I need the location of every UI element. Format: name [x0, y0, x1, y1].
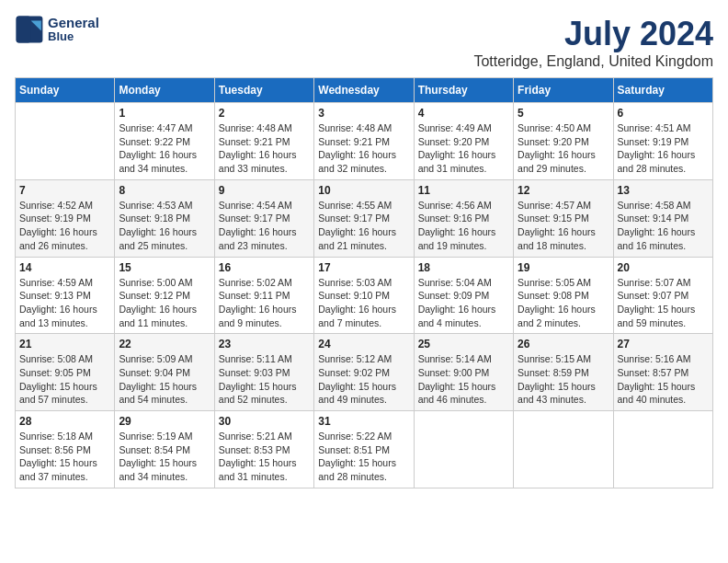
day-info: Sunrise: 5:22 AM Sunset: 8:51 PM Dayligh…: [318, 430, 409, 484]
day-info: Sunrise: 5:15 AM Sunset: 8:59 PM Dayligh…: [518, 352, 609, 407]
calendar-cell: 8Sunrise: 4:53 AM Sunset: 9:18 PM Daylig…: [115, 179, 214, 257]
logo: General Blue: [15, 15, 99, 44]
calendar-cell: 23Sunrise: 5:11 AM Sunset: 9:03 PM Dayli…: [214, 334, 313, 411]
day-number: 25: [418, 338, 509, 350]
calendar-cell: 29Sunrise: 5:19 AM Sunset: 8:54 PM Dayli…: [115, 411, 214, 488]
day-number: 22: [119, 338, 210, 350]
calendar-cell: 19Sunrise: 5:05 AM Sunset: 9:08 PM Dayli…: [514, 257, 613, 334]
day-info: Sunrise: 5:11 AM Sunset: 9:03 PM Dayligh…: [219, 352, 310, 407]
weekday-header-friday: Friday: [514, 78, 613, 103]
day-info: Sunrise: 5:07 AM Sunset: 9:07 PM Dayligh…: [618, 276, 709, 330]
day-info: Sunrise: 4:47 AM Sunset: 9:22 PM Dayligh…: [119, 121, 210, 176]
calendar-cell: 7Sunrise: 4:52 AM Sunset: 9:19 PM Daylig…: [16, 179, 115, 257]
day-number: 2: [219, 107, 310, 120]
week-row-4: 21Sunrise: 5:08 AM Sunset: 9:05 PM Dayli…: [16, 334, 713, 411]
week-row-3: 14Sunrise: 4:59 AM Sunset: 9:13 PM Dayli…: [16, 257, 713, 334]
day-number: 12: [518, 184, 609, 197]
calendar-cell: 4Sunrise: 4:49 AM Sunset: 9:20 PM Daylig…: [414, 103, 513, 180]
calendar-cell: [16, 103, 115, 180]
day-number: 3: [318, 107, 409, 120]
calendar-cell: 22Sunrise: 5:09 AM Sunset: 9:04 PM Dayli…: [115, 334, 214, 411]
calendar-cell: 17Sunrise: 5:03 AM Sunset: 9:10 PM Dayli…: [314, 257, 414, 334]
day-info: Sunrise: 5:08 AM Sunset: 9:05 PM Dayligh…: [19, 352, 110, 407]
day-number: 26: [518, 338, 609, 350]
day-info: Sunrise: 4:49 AM Sunset: 9:20 PM Dayligh…: [418, 121, 509, 176]
week-row-1: 1Sunrise: 4:47 AM Sunset: 9:22 PM Daylig…: [16, 103, 713, 180]
day-info: Sunrise: 5:09 AM Sunset: 9:04 PM Dayligh…: [119, 352, 210, 407]
day-info: Sunrise: 5:14 AM Sunset: 9:00 PM Dayligh…: [418, 352, 509, 407]
weekday-header-monday: Monday: [115, 78, 214, 103]
calendar-body: 1Sunrise: 4:47 AM Sunset: 9:22 PM Daylig…: [16, 103, 713, 488]
day-number: 8: [119, 184, 210, 197]
day-number: 27: [618, 338, 709, 350]
calendar-cell: 14Sunrise: 4:59 AM Sunset: 9:13 PM Dayli…: [16, 257, 115, 334]
calendar-cell: 15Sunrise: 5:00 AM Sunset: 9:12 PM Dayli…: [115, 257, 214, 334]
day-number: 11: [418, 184, 509, 197]
calendar-table: SundayMondayTuesdayWednesdayThursdayFrid…: [15, 77, 713, 488]
day-info: Sunrise: 5:19 AM Sunset: 8:54 PM Dayligh…: [119, 430, 210, 484]
calendar-cell: 31Sunrise: 5:22 AM Sunset: 8:51 PM Dayli…: [314, 411, 414, 488]
day-number: 31: [318, 415, 409, 428]
day-info: Sunrise: 5:12 AM Sunset: 9:02 PM Dayligh…: [318, 352, 409, 407]
calendar-cell: 2Sunrise: 4:48 AM Sunset: 9:21 PM Daylig…: [214, 103, 313, 180]
calendar-cell: 13Sunrise: 4:58 AM Sunset: 9:14 PM Dayli…: [613, 179, 712, 257]
day-info: Sunrise: 5:04 AM Sunset: 9:09 PM Dayligh…: [418, 276, 509, 330]
calendar-cell: 30Sunrise: 5:21 AM Sunset: 8:53 PM Dayli…: [214, 411, 313, 488]
calendar-cell: 25Sunrise: 5:14 AM Sunset: 9:00 PM Dayli…: [414, 334, 513, 411]
calendar-cell: 28Sunrise: 5:18 AM Sunset: 8:56 PM Dayli…: [16, 411, 115, 488]
logo-text: General Blue: [48, 16, 99, 44]
calendar-cell: 3Sunrise: 4:48 AM Sunset: 9:21 PM Daylig…: [314, 103, 414, 180]
day-info: Sunrise: 4:55 AM Sunset: 9:17 PM Dayligh…: [318, 199, 409, 253]
calendar-cell: 12Sunrise: 4:57 AM Sunset: 9:15 PM Dayli…: [514, 179, 613, 257]
day-number: 13: [618, 184, 709, 197]
calendar-cell: 11Sunrise: 4:56 AM Sunset: 9:16 PM Dayli…: [414, 179, 513, 257]
day-info: Sunrise: 4:52 AM Sunset: 9:19 PM Dayligh…: [19, 199, 110, 253]
day-number: 19: [518, 261, 609, 274]
calendar-cell: 10Sunrise: 4:55 AM Sunset: 9:17 PM Dayli…: [314, 179, 414, 257]
day-info: Sunrise: 5:16 AM Sunset: 8:57 PM Dayligh…: [618, 352, 709, 407]
weekday-header-thursday: Thursday: [414, 78, 513, 103]
weekday-header-sunday: Sunday: [16, 78, 115, 103]
day-info: Sunrise: 4:58 AM Sunset: 9:14 PM Dayligh…: [618, 199, 709, 253]
day-number: 15: [119, 261, 210, 274]
day-info: Sunrise: 4:48 AM Sunset: 9:21 PM Dayligh…: [318, 121, 409, 176]
calendar-cell: 1Sunrise: 4:47 AM Sunset: 9:22 PM Daylig…: [115, 103, 214, 180]
day-number: 5: [518, 107, 609, 120]
day-number: 20: [618, 261, 709, 274]
day-number: 30: [219, 415, 310, 428]
location: Totteridge, England, United Kingdom: [473, 53, 713, 70]
day-number: 7: [19, 184, 110, 197]
weekday-header-row: SundayMondayTuesdayWednesdayThursdayFrid…: [16, 78, 713, 103]
week-row-2: 7Sunrise: 4:52 AM Sunset: 9:19 PM Daylig…: [16, 179, 713, 257]
day-number: 6: [618, 107, 709, 120]
weekday-header-saturday: Saturday: [613, 78, 712, 103]
day-number: 21: [19, 338, 110, 350]
day-number: 29: [119, 415, 210, 428]
calendar-cell: 21Sunrise: 5:08 AM Sunset: 9:05 PM Dayli…: [16, 334, 115, 411]
day-number: 4: [418, 107, 509, 120]
calendar-cell: 20Sunrise: 5:07 AM Sunset: 9:07 PM Dayli…: [613, 257, 712, 334]
day-info: Sunrise: 4:54 AM Sunset: 9:17 PM Dayligh…: [219, 199, 310, 253]
day-number: 9: [219, 184, 310, 197]
day-info: Sunrise: 5:18 AM Sunset: 8:56 PM Dayligh…: [19, 430, 110, 484]
day-info: Sunrise: 5:05 AM Sunset: 9:08 PM Dayligh…: [518, 276, 609, 330]
day-info: Sunrise: 5:21 AM Sunset: 8:53 PM Dayligh…: [219, 430, 310, 484]
calendar-cell: 5Sunrise: 4:50 AM Sunset: 9:20 PM Daylig…: [514, 103, 613, 180]
day-number: 10: [318, 184, 409, 197]
day-info: Sunrise: 4:50 AM Sunset: 9:20 PM Dayligh…: [518, 121, 609, 176]
calendar-cell: 9Sunrise: 4:54 AM Sunset: 9:17 PM Daylig…: [214, 179, 313, 257]
day-number: 14: [19, 261, 110, 274]
day-info: Sunrise: 4:56 AM Sunset: 9:16 PM Dayligh…: [418, 199, 509, 253]
weekday-header-wednesday: Wednesday: [314, 78, 414, 103]
day-info: Sunrise: 4:48 AM Sunset: 9:21 PM Dayligh…: [219, 121, 310, 176]
day-number: 1: [119, 107, 210, 120]
day-info: Sunrise: 4:53 AM Sunset: 9:18 PM Dayligh…: [119, 199, 210, 253]
weekday-header-tuesday: Tuesday: [214, 78, 313, 103]
title-area: July 2024 Totteridge, England, United Ki…: [473, 15, 713, 70]
calendar-cell: [514, 411, 613, 488]
day-number: 23: [219, 338, 310, 350]
day-info: Sunrise: 4:57 AM Sunset: 9:15 PM Dayligh…: [518, 199, 609, 253]
calendar-cell: 24Sunrise: 5:12 AM Sunset: 9:02 PM Dayli…: [314, 334, 414, 411]
day-number: 18: [418, 261, 509, 274]
calendar-cell: 18Sunrise: 5:04 AM Sunset: 9:09 PM Dayli…: [414, 257, 513, 334]
